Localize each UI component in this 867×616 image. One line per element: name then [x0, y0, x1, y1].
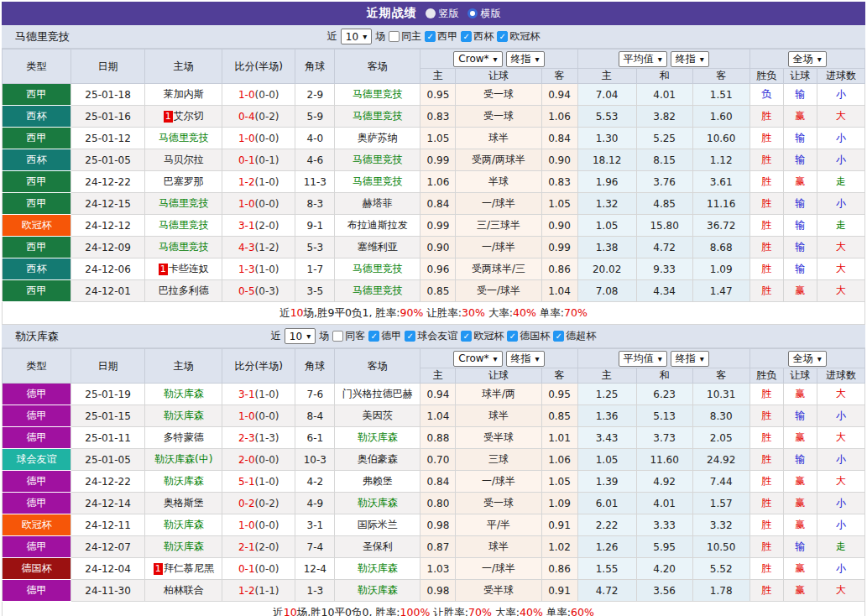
result-winloss: 胜: [749, 149, 783, 171]
average-select[interactable]: 平均值▾: [619, 51, 667, 67]
away-team: 勒沃库森: [335, 493, 420, 514]
checked-checkbox-icon: ✓: [553, 331, 564, 342]
avg-away: 10.31: [692, 384, 749, 405]
score-cell: 5-1(1-0): [222, 471, 295, 493]
handicap-line: 受一球: [456, 84, 541, 106]
checked-checkbox-icon: ✓: [368, 331, 379, 342]
away-team: 美因茨: [335, 405, 420, 427]
avg-draw: 5.95: [636, 536, 692, 558]
full-match-select[interactable]: 全场▾: [788, 51, 827, 67]
match-row: 西甲24-12-09马德里竞技4-3(1-2)5-3塞维利亚0.90一/球半0.…: [3, 237, 865, 258]
same-side-checkbox[interactable]: 同客: [332, 329, 365, 343]
avg-draw: 4.34: [636, 280, 692, 302]
games-label: 场: [319, 329, 329, 343]
near-label: 近: [327, 29, 337, 44]
sub-goals: 进球数: [817, 69, 864, 84]
league-checkbox-4[interactable]: ✓德超杯: [553, 329, 596, 343]
final-odds-select-2[interactable]: 终指▾: [671, 51, 709, 67]
score-cell: 3-1(2-0): [222, 215, 295, 237]
league-checkbox-0[interactable]: ✓西甲: [425, 29, 457, 44]
horizontal-label: 横版: [481, 7, 501, 21]
score-cell: 2-1(2-0): [222, 536, 295, 558]
score-cell: 1-0(0-0): [222, 128, 295, 149]
sub-avg-home: 主: [577, 69, 636, 84]
result-winloss: 胜: [749, 215, 783, 237]
avg-home: 1.30: [577, 128, 636, 149]
avg-draw: 9.33: [636, 258, 692, 280]
match-count-select[interactable]: 10▾: [285, 328, 316, 344]
odds-away: 1.01: [541, 427, 577, 449]
avg-group-header: 平均值▾终指▾: [577, 349, 749, 368]
home-team: 马德里竞技: [145, 215, 222, 237]
match-row: 德甲24-12-22勒沃库森5-1(1-0)4-2弗赖堡0.84一/球半1.05…: [3, 471, 865, 493]
average-select-value: 平均值: [624, 52, 654, 66]
odds-home: 0.70: [420, 449, 456, 471]
half-score: (1-3): [255, 432, 279, 444]
average-select[interactable]: 平均值▾: [619, 351, 667, 367]
summary-row: 近10场,胜9平0负1, 胜率:90% 让胜率:30% 大率:40% 单率:70…: [3, 302, 865, 325]
home-team: 1卡些连奴: [145, 258, 222, 280]
final-odds-select-2[interactable]: 终指▾: [671, 351, 709, 367]
final-odds-select[interactable]: 终指▾: [506, 51, 545, 67]
full-score: 3-1: [238, 220, 255, 232]
match-date: 24-12-07: [71, 536, 145, 558]
league-checkbox-2[interactable]: ✓欧冠杯: [461, 329, 504, 343]
full-score: 0-1: [238, 563, 255, 575]
away-team: 弗赖堡: [335, 471, 420, 493]
final-odds-select[interactable]: 终指▾: [506, 351, 545, 367]
score-cell: 2-3(1-3): [222, 427, 295, 449]
crow-select[interactable]: Crow*▾: [453, 351, 502, 367]
match-row: 德甲25-01-11多特蒙德2-3(1-3)6-1勒沃库森0.88受半球1.01…: [3, 427, 865, 449]
result-winloss: 胜: [749, 427, 783, 449]
layout-option-horizontal[interactable]: 横版: [467, 7, 501, 21]
col-type: 类型: [3, 349, 71, 384]
match-row: 西杯25-01-161艾尔切0-4(0-2)5-9马德里竞技0.83受一球1.0…: [3, 106, 865, 128]
avg-home: 1.05: [577, 215, 636, 237]
sub-handicap: 让球: [456, 69, 541, 84]
handicap-line: 受两/两球半: [456, 149, 541, 171]
odds-home: 0.80: [420, 493, 456, 514]
league-checkbox-2-label: 欧冠杯: [509, 29, 540, 44]
avg-draw: 4.72: [636, 237, 692, 258]
score-cell: 1-3(1-0): [222, 258, 295, 280]
crow-select[interactable]: Crow*▾: [453, 51, 502, 67]
result-goals: 大: [817, 237, 864, 258]
away-team: 奥萨苏纳: [335, 128, 420, 149]
league-checkbox-0-label: 西甲: [437, 29, 457, 44]
league-badge: 西甲: [3, 193, 71, 215]
league-checkbox-2[interactable]: ✓欧冠杯: [497, 29, 540, 44]
corner-count: 1-3: [295, 580, 335, 602]
result-goals: 大: [817, 384, 864, 405]
half-score: (2-0): [255, 541, 279, 553]
sub-avg-draw: 和: [636, 69, 692, 84]
corner-count: 8-4: [295, 405, 335, 427]
league-badge: 德甲: [3, 493, 71, 514]
result-winloss: 胜: [749, 471, 783, 493]
layout-option-vertical[interactable]: 竖版: [426, 7, 459, 21]
league-checkbox-3[interactable]: ✓德国杯: [507, 329, 550, 343]
match-date: 24-12-14: [71, 493, 145, 514]
sub-odds-away: 客: [541, 368, 577, 384]
avg-draw: 15.80: [636, 215, 692, 237]
chevron-down-icon: ▾: [535, 55, 540, 64]
league-checkbox-0[interactable]: ✓德甲: [368, 329, 401, 343]
avg-draw: 11.60: [636, 449, 692, 471]
league-checkbox-1[interactable]: ✓球会友谊: [405, 329, 457, 343]
avg-draw: 3.56: [636, 580, 692, 602]
odds-away: 1.02: [541, 536, 577, 558]
match-count-select[interactable]: 10▾: [341, 29, 372, 44]
home-team: 勒沃库森(中): [145, 449, 222, 471]
league-checkbox-0-label: 德甲: [381, 329, 401, 343]
league-checkbox-1[interactable]: ✓西杯: [461, 29, 494, 44]
match-row: 德甲24-12-14奥格斯堡0-2(0-2)4-9勒沃库森0.80受一球1.09…: [3, 493, 865, 514]
match-row: 德甲25-01-15勒沃库森1-0(0-0)8-4美因茨1.04球半0.851.…: [3, 405, 865, 427]
match-date: 25-01-19: [71, 384, 145, 405]
team-name: 马德里竞技: [15, 29, 70, 44]
odds-home: 0.99: [420, 149, 456, 171]
odds-group-header: Crow*▾终指▾: [420, 349, 577, 368]
result-handicap: 赢: [783, 384, 817, 405]
same-side-checkbox[interactable]: 同主: [389, 29, 421, 44]
odds-home: 1.05: [420, 128, 456, 149]
full-match-select[interactable]: 全场▾: [788, 351, 827, 367]
full-score: 1-0: [238, 89, 255, 101]
